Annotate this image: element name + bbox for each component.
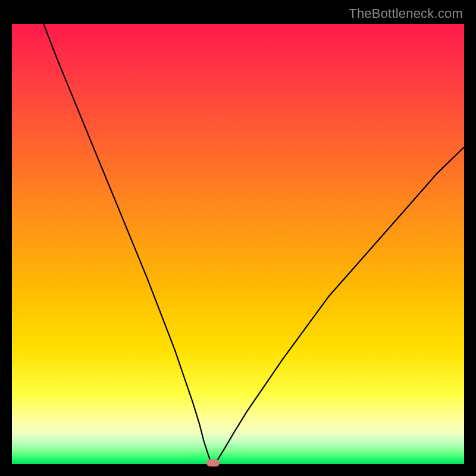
- watermark-text: TheBottleneck.com: [349, 6, 463, 21]
- bottleneck-curve: [43, 24, 464, 463]
- plot-area: [12, 24, 464, 464]
- chart-container: TheBottleneck.com: [0, 0, 476, 476]
- curve-svg: [12, 24, 464, 464]
- optimal-marker: [206, 459, 220, 466]
